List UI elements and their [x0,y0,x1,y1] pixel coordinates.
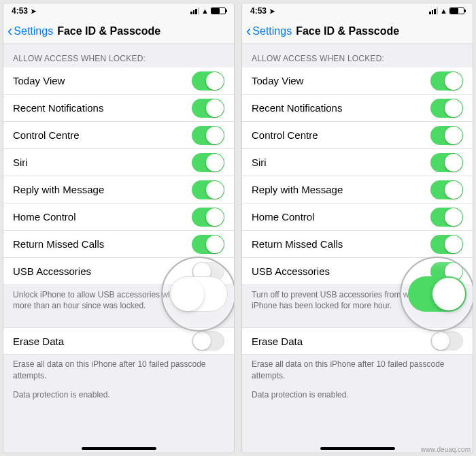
row-label: Return Missed Calls [252,238,343,250]
row-recent-notifications: Recent Notifications [242,95,473,122]
battery-icon [211,7,226,14]
toggle-home-control[interactable] [192,208,224,227]
row-label: Erase Data [252,336,303,347]
cell-signal-icon [190,7,199,14]
page-title: Face ID & Passcode [292,25,469,37]
row-label: Today View [13,75,65,86]
wifi-icon: ▲ [201,7,209,15]
settings-list[interactable]: ALLOW ACCESS WHEN LOCKED: Today View Rec… [242,44,473,453]
screenshot-left: 4:53 ➤ ▲ ‹ Settings Face ID & Passcode A… [3,3,235,453]
home-indicator[interactable] [320,447,395,450]
row-label: Return Missed Calls [13,238,104,250]
row-label: USB Accessories [252,265,330,277]
section-header-allow-access: ALLOW ACCESS WHEN LOCKED: [242,44,473,67]
toggle-return-missed-calls[interactable] [430,235,463,254]
home-indicator[interactable] [82,447,156,450]
row-label: Recent Notifications [252,102,342,114]
toggle-reply-with-message[interactable] [430,180,463,199]
data-protection-text: Data protection is enabled. [242,385,473,404]
row-erase-data: Erase Data [242,327,473,355]
row-return-missed-calls: Return Missed Calls [242,231,473,258]
row-label: Today View [252,75,303,86]
back-button[interactable]: ‹ Settings [246,25,292,37]
toggle-control-centre[interactable] [430,126,463,145]
nav-bar: ‹ Settings Face ID & Passcode [242,18,473,44]
row-control-centre: Control Centre [3,122,234,149]
data-protection-text: Data protection is enabled. [3,385,234,404]
toggle-return-missed-calls[interactable] [192,235,224,254]
nav-bar: ‹ Settings Face ID & Passcode [3,18,234,44]
magnified-toggle-usb [169,276,228,312]
status-bar: 4:53 ➤ ▲ [242,3,473,18]
row-label: Siri [13,157,28,168]
settings-list[interactable]: ALLOW ACCESS WHEN LOCKED: Today View Rec… [3,44,234,453]
row-today-view: Today View [242,67,473,95]
row-label: Control Centre [13,129,80,141]
toggle-recent-notifications[interactable] [192,99,224,118]
screenshot-right: 4:53 ➤ ▲ ‹ Settings Face ID & Passcode A… [241,3,473,453]
toggle-siri[interactable] [192,153,224,172]
status-bar: 4:53 ➤ ▲ [3,3,234,18]
toggle-reply-with-message[interactable] [192,180,224,199]
toggle-home-control[interactable] [430,208,463,227]
row-label: Erase Data [13,336,64,347]
row-control-centre: Control Centre [242,122,473,149]
row-erase-data: Erase Data [3,327,234,355]
status-time: 4:53 [250,6,267,16]
back-button[interactable]: ‹ Settings [7,25,53,37]
wifi-icon: ▲ [440,7,447,15]
toggle-erase-data[interactable] [430,331,463,351]
status-time: 4:53 [12,6,28,16]
row-label: Siri [252,157,267,168]
location-icon: ➤ [269,7,275,15]
toggle-today-view[interactable] [430,71,463,91]
row-siri: Siri [3,149,234,176]
row-label: Reply with Message [252,184,343,195]
battery-icon [449,7,464,14]
row-today-view: Today View [3,67,234,95]
row-recent-notifications: Recent Notifications [3,95,234,122]
toggle-erase-data[interactable] [192,331,224,351]
row-label: Reply with Message [13,184,104,195]
row-label: Recent Notifications [13,102,103,114]
location-icon: ➤ [31,7,36,15]
row-home-control: Home Control [242,203,473,231]
back-label: Settings [14,25,53,37]
toggle-today-view[interactable] [192,71,224,91]
row-return-missed-calls: Return Missed Calls [3,231,234,258]
back-label: Settings [252,25,292,37]
row-reply-with-message: Reply with Message [242,176,473,203]
row-siri: Siri [242,149,473,176]
row-label: Home Control [13,211,76,223]
row-label: Control Centre [252,129,318,141]
row-home-control: Home Control [3,203,234,231]
section-header-allow-access: ALLOW ACCESS WHEN LOCKED: [3,44,234,67]
row-label: Home Control [252,211,315,223]
row-label: USB Accessories [13,265,91,277]
page-title: Face ID & Passcode [53,25,230,37]
toggle-siri[interactable] [430,153,463,172]
watermark-text: www.deuaq.com [421,446,471,453]
erase-footer-text: Erase all data on this iPhone after 10 f… [242,355,473,385]
erase-footer-text: Erase all data on this iPhone after 10 f… [3,355,234,385]
row-reply-with-message: Reply with Message [3,176,234,203]
toggle-recent-notifications[interactable] [430,99,463,118]
magnified-toggle-usb [408,276,466,312]
toggle-control-centre[interactable] [192,126,224,145]
cell-signal-icon [429,7,438,14]
